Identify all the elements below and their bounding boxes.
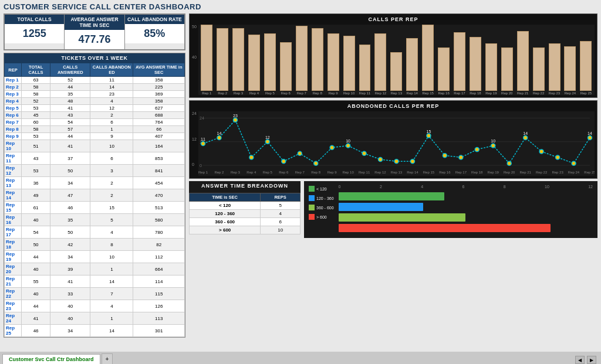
bar-label: Rep 17 xyxy=(454,91,465,95)
svg-point-18 xyxy=(330,145,334,149)
bar-group: Rep 13 xyxy=(389,25,404,95)
table-row: Rep 1 63 52 11 358 xyxy=(5,77,185,84)
add-tab-button[interactable]: + xyxy=(102,353,113,364)
bar-group: Rep 4 xyxy=(247,25,262,95)
rep-avg: 358 xyxy=(133,98,185,105)
bar-label: Rep 25 xyxy=(580,91,592,95)
rep-avg: 470 xyxy=(133,189,185,202)
rep-name: Rep 11 xyxy=(5,152,22,165)
bar xyxy=(296,26,308,91)
table-row: Rep 21 55 41 14 114 xyxy=(5,275,185,288)
rep-name: Rep 6 xyxy=(5,112,22,119)
rep-total: 49 xyxy=(22,189,50,202)
table-row: Rep 16 40 35 5 580 xyxy=(5,214,185,226)
right-panel: CALLS PER REP 50 40 Rep 1Rep 2Rep 3Rep 4… xyxy=(189,13,597,338)
rep-avg: 112 xyxy=(133,251,185,263)
bar-label: Rep 4 xyxy=(249,91,259,95)
bar-group: Rep 25 xyxy=(579,25,593,95)
rep-abandoned: 14 xyxy=(90,84,133,91)
scroll-left-btn[interactable]: ◀ xyxy=(575,356,585,364)
rep-avg: 764 xyxy=(133,119,185,126)
rep-total: 52 xyxy=(22,98,50,105)
rep-avg: 580 xyxy=(133,214,185,226)
rep-abandoned: 5 xyxy=(90,214,133,226)
bar-group: Rep 17 xyxy=(453,25,467,95)
rep-avg: 664 xyxy=(133,263,185,275)
rep-answered: 44 xyxy=(50,84,90,91)
breakdown-reps: 10 xyxy=(261,226,300,234)
rep-name: Rep 22 xyxy=(5,288,22,300)
table-row: Rep 7 60 54 6 764 xyxy=(5,119,185,126)
rep-name: Rep 14 xyxy=(5,189,22,202)
rep-name: Rep 7 xyxy=(5,119,22,126)
table-row: Rep 22 40 33 7 115 xyxy=(5,288,185,300)
svg-text:15: 15 xyxy=(426,130,431,134)
answer-time-title: ANSWER TIME BREAKDOWN xyxy=(191,183,299,189)
rep-total: 58 xyxy=(22,91,50,98)
bar-group: Rep 1 xyxy=(200,25,214,95)
svg-point-10 xyxy=(233,118,237,122)
rep-total: 54 xyxy=(22,226,50,239)
bar-label: Rep 11 xyxy=(359,91,370,95)
rep-abandoned: 10 xyxy=(90,251,133,263)
rep-name: Rep 17 xyxy=(5,226,22,239)
breakdown-reps: 5 xyxy=(261,202,300,210)
calls-per-rep-title: CALLS PER REP xyxy=(192,16,595,22)
kpi-avg-answer: AVERAGE ANSWER TIME in SEC 477.76 xyxy=(65,15,124,49)
svg-point-8 xyxy=(217,135,221,140)
svg-text:Rep 5: Rep 5 xyxy=(263,171,273,174)
h-bar xyxy=(339,213,466,222)
table-row: Rep 8 58 57 1 66 xyxy=(5,126,185,133)
rep-answered: 41 xyxy=(50,140,90,152)
svg-point-27 xyxy=(443,154,447,158)
svg-text:10: 10 xyxy=(346,139,350,143)
rep-name: Rep 5 xyxy=(5,105,22,112)
scroll-right-btn[interactable]: ▶ xyxy=(587,356,596,364)
rep-abandoned: 23 xyxy=(90,91,133,98)
table-row: Rep 11 43 37 6 853 xyxy=(5,152,185,165)
breakdown-range: 120 - 360 xyxy=(190,210,261,218)
breakdown-row: > 600 10 xyxy=(190,226,300,234)
bar xyxy=(564,46,576,91)
rep-answered: 41 xyxy=(50,275,90,288)
tab-bar: Customer Svc Call Ctr Dashboard + ◀ ▶ xyxy=(0,352,601,364)
x-tick-12: 12 xyxy=(588,185,593,189)
dashboard-title: CUSTOMER SERVICE CALL CENTER DASHBOARD xyxy=(4,2,597,11)
bar-label: Rep 24 xyxy=(565,91,576,95)
bar xyxy=(312,28,323,91)
rep-answered: 37 xyxy=(50,152,90,165)
rep-name: Rep 16 xyxy=(5,214,22,226)
bar-label: Rep 12 xyxy=(375,91,386,95)
active-tab[interactable]: Customer Svc Call Ctr Dashboard xyxy=(2,354,100,364)
rep-total: 53 xyxy=(22,133,50,140)
rep-name: Rep 2 xyxy=(5,84,22,91)
svg-text:Rep 21: Rep 21 xyxy=(519,171,531,174)
svg-point-17 xyxy=(314,161,318,165)
rep-name: Rep 24 xyxy=(5,312,22,325)
rep-answered: 35 xyxy=(50,91,90,98)
bar-group: Rep 3 xyxy=(231,25,246,95)
svg-text:Rep 15: Rep 15 xyxy=(423,171,435,174)
rep-abandoned: 4 xyxy=(90,98,133,105)
bar xyxy=(454,32,465,91)
rep-avg: 82 xyxy=(133,239,185,251)
rep-avg: 358 xyxy=(133,77,185,84)
tickets-section: TICKETS OVER 1 WEEK REP TOTAL CALLS CALL… xyxy=(4,53,185,338)
svg-point-13 xyxy=(265,140,269,144)
rep-answered: 40 xyxy=(50,300,90,312)
bar xyxy=(217,28,228,91)
rep-abandoned: 15 xyxy=(90,202,133,214)
legend-item: > 600 xyxy=(309,214,334,220)
tickets-title: TICKETS OVER 1 WEEK xyxy=(4,53,185,63)
bar-label: Rep 2 xyxy=(218,91,227,95)
left-panel: TOTAL CALLS 1255 AVERAGE ANSWER TIME in … xyxy=(4,13,185,338)
col-total: TOTAL CALLS xyxy=(22,63,50,77)
kpi-total-calls-value: 1255 xyxy=(5,24,64,43)
x-tick-10: 10 xyxy=(545,185,549,189)
breakdown-row: < 120 5 xyxy=(190,202,300,210)
scrollbar-area: ◀ ▶ xyxy=(114,356,599,364)
rep-abandoned: 4 xyxy=(90,300,133,312)
kpi-abandon-rate-header: CALL ABANDON RATE xyxy=(125,15,184,24)
rep-abandoned: 4 xyxy=(90,226,133,239)
svg-text:10: 10 xyxy=(491,139,495,143)
